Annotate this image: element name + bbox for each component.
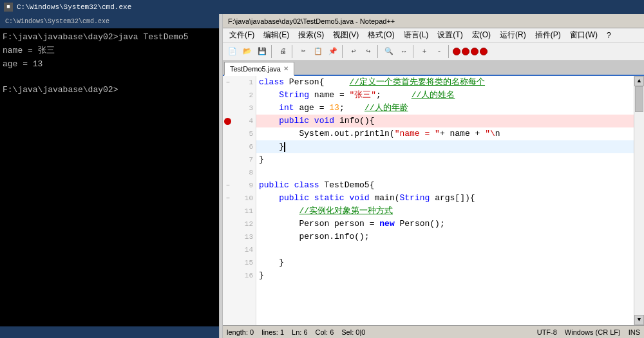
kw-public-4: public [279, 115, 309, 127]
code-line-2: String name = "张三" ; //人的姓名 [256, 89, 634, 102]
menu-run[interactable]: 运行(R) [496, 28, 530, 42]
gutter-line-4: 4 [223, 115, 256, 127]
scroll-down-btn[interactable]: ▼ [634, 315, 644, 325]
cmd-panel: C:\Windows\System32\cmd.exe F:\java\java… [0, 14, 219, 338]
rec-dot-4 [480, 48, 488, 55]
fold-marker-1[interactable]: − [223, 76, 233, 89]
space-10b [345, 192, 350, 205]
indent-10 [259, 192, 279, 205]
app-title-bar: ■ C:\Windows\System32\cmd.exe [0, 0, 644, 14]
scroll-track[interactable] [634, 86, 644, 315]
cmd-line-3: age = 13 [3, 58, 216, 71]
gutter-line-15: 15 [223, 256, 256, 269]
line-num-13: 13 [233, 233, 256, 241]
menu-file[interactable]: 文件(F) [225, 28, 258, 42]
status-eol: Windows (CR LF) [565, 328, 621, 336]
toolbar-sep-4 [377, 45, 380, 58]
space-10a [309, 192, 314, 205]
tab-testdemo5[interactable]: TestDemo5.java ✕ [224, 62, 294, 76]
status-col: Col: 6 [316, 328, 334, 336]
toolbar-replace[interactable]: ↔ [397, 44, 411, 59]
toolbar-open[interactable]: 📂 [240, 44, 254, 59]
eq-12: = [370, 218, 375, 230]
toolbar-undo[interactable]: ↩ [346, 44, 361, 59]
line-num-16: 16 [233, 272, 256, 279]
str-val-2: "张三" [350, 89, 377, 102]
menu-view[interactable]: 视图(V) [329, 28, 363, 42]
classname-9: TestDemo5{ [324, 179, 374, 192]
scroll-up-btn[interactable]: ▲ [634, 76, 644, 86]
menu-macro[interactable]: 宏(O) [468, 28, 495, 42]
menu-edit[interactable]: 编辑(E) [260, 28, 293, 42]
toolbar-paste[interactable]: 📌 [326, 44, 340, 59]
cmd-line-4 [3, 71, 216, 84]
space-5a [445, 127, 450, 140]
space-3d [345, 102, 365, 115]
indent-6 [259, 140, 279, 153]
line-num-11: 11 [233, 207, 256, 215]
toolbar-zoom-in[interactable]: + [417, 44, 431, 59]
vertical-scrollbar[interactable]: ▲ ▼ [634, 76, 644, 325]
comment-3: //人的年龄 [365, 102, 408, 115]
code-content[interactable]: class Person{ //定义一个类首先要将类的名称每个 String n… [256, 76, 634, 325]
line-num-14: 14 [233, 246, 256, 254]
menu-search[interactable]: 搜索(S) [294, 28, 328, 42]
scroll-thumb[interactable] [635, 86, 643, 112]
kw-int-3: int [279, 102, 294, 115]
system-5: System.out.println( [299, 127, 394, 140]
recording-indicators [453, 48, 488, 55]
indent-13 [259, 230, 299, 243]
menu-plugins[interactable]: 插件(P) [531, 28, 565, 42]
close-15: } [279, 256, 284, 269]
menu-format[interactable]: 格式(O) [364, 28, 398, 42]
kw-string-2: String [279, 89, 309, 102]
line-num-12: 12 [233, 220, 256, 228]
indent-4 [259, 115, 279, 127]
toolbar-cut[interactable]: ✂ [296, 44, 310, 59]
toolbar-redo[interactable]: ↪ [361, 44, 375, 59]
menu-help[interactable]: ? [603, 30, 615, 41]
cmd-title-text: C:\Windows\System32\cmd.exe [5, 18, 109, 25]
code-line-14 [256, 243, 634, 256]
toolbar-sep-5 [413, 45, 415, 58]
gutter-line-5: 5 [223, 127, 256, 140]
gutter-line-12: 12 [223, 218, 256, 230]
code-line-5: System.out.println( "name = " + name + "… [256, 127, 634, 140]
cmd-prompt: F:\java\javabase\day02> [3, 84, 216, 97]
tab-close-icon[interactable]: ✕ [283, 65, 289, 72]
line-num-10: 10 [233, 194, 256, 202]
new-person-12: Person(); [400, 218, 445, 230]
indent-2 [259, 89, 279, 102]
comment-1: //定义一个类首先要将类的名称每个 [349, 76, 485, 89]
toolbar-zoom-out[interactable]: - [432, 44, 446, 59]
toolbar-sep-1 [271, 45, 274, 58]
code-line-9: public class TestDemo5{ [256, 179, 634, 192]
fold-marker-10[interactable]: − [223, 192, 233, 205]
status-length: length: 0 [227, 328, 254, 336]
cmd-line-2: name = 张三 [3, 44, 216, 58]
toolbar-new[interactable]: 📄 [225, 44, 240, 59]
code-line-11: //实例化对象第一种方式 [256, 205, 634, 218]
rec-dot-1 [453, 48, 460, 55]
toolbar-save[interactable]: 💾 [255, 44, 269, 59]
indent-12 [259, 218, 299, 230]
toolbar-find[interactable]: 🔍 [382, 44, 396, 59]
fold-marker-9[interactable]: − [223, 179, 233, 192]
var-name-2: name [314, 89, 334, 102]
code-line-8 [256, 166, 634, 179]
menu-settings[interactable]: 设置(T) [433, 28, 466, 42]
space-3b [314, 102, 319, 115]
menu-language[interactable]: 语言(L) [400, 28, 433, 42]
toolbar-print[interactable]: 🖨 [276, 44, 290, 59]
breakpoint-dot-4 [224, 118, 231, 125]
rec-dot-2 [462, 48, 469, 55]
menu-window[interactable]: 窗口(W) [566, 28, 601, 42]
comment-2: //人的姓名 [412, 89, 455, 102]
method-info-4: info(){ [339, 115, 375, 127]
indent-15 [259, 256, 279, 269]
code-line-4: public void info(){ [256, 115, 634, 127]
str-name-5: "name = " [395, 127, 440, 140]
person-var-12: person [334, 218, 365, 230]
toolbar-copy[interactable]: 📋 [311, 44, 325, 59]
line-num-5: 5 [233, 130, 256, 138]
